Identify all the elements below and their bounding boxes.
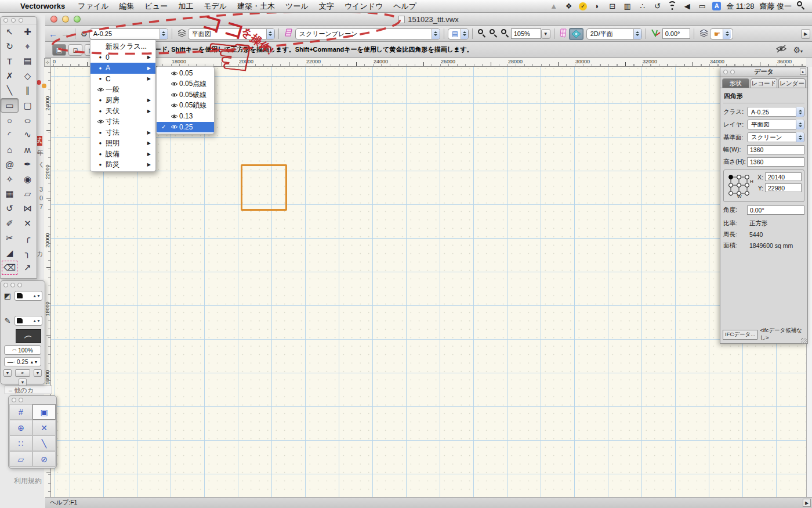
menubar-item[interactable]: 編集 [114, 1, 140, 12]
tool-palette-header[interactable] [1, 17, 37, 24]
attr-left-dropdown[interactable]: ▼ [3, 369, 12, 377]
object-class-dropdown[interactable]: A-0.25 [747, 107, 804, 117]
planar-snap[interactable]: ▱ [9, 451, 32, 467]
menubar-user[interactable]: 齋藤 俊一 [759, 1, 792, 12]
wifi-icon[interactable] [668, 2, 677, 10]
trim-tool[interactable]: ✕ [19, 216, 37, 230]
extrude-tool[interactable]: ◇ [19, 69, 37, 83]
offset-tool[interactable]: ╮ [19, 246, 37, 260]
angle-snap[interactable]: ⊕ [9, 420, 32, 435]
hidden-window-titlebar[interactable]: – 他のカ [5, 385, 52, 394]
ellipse-tool[interactable]: ○ [19, 113, 37, 127]
palette-close-icon[interactable] [12, 398, 16, 402]
check-icon[interactable]: ✓ [579, 2, 587, 10]
hide-detail-eye-icon[interactable] [775, 45, 787, 55]
window-titlebar[interactable]: 151023_ttt.vwx [45, 13, 812, 26]
class-menu-item[interactable]: 一般 [90, 84, 155, 95]
intersection-snap[interactable]: ✕ [32, 420, 56, 435]
tab-record[interactable]: レコード [751, 78, 778, 88]
zoom-icon[interactable] [501, 29, 509, 39]
freehand-tool[interactable]: ∿ [19, 128, 37, 142]
menubar-item[interactable]: ツール [280, 1, 314, 12]
polyline-tool[interactable]: ʍ [19, 142, 37, 157]
palette-collapse-icon[interactable] [17, 283, 22, 287]
palette-zoom-icon[interactable] [11, 18, 16, 23]
attr-right-dropdown[interactable]: ▼ [34, 369, 42, 377]
mode-button[interactable]: ▣ [52, 44, 66, 56]
plan-rotation-button[interactable] [569, 28, 583, 40]
attributes-palette-header[interactable] [1, 281, 45, 289]
reshape-tool[interactable]: ▦ [1, 186, 19, 201]
back-arrow-icon[interactable]: ← [49, 29, 57, 39]
attr-expand-button[interactable]: ▼ [19, 379, 27, 386]
app-menu[interactable]: Vectorworks [15, 2, 70, 10]
circle-tool[interactable]: ○ [1, 113, 19, 127]
class-menu-item[interactable]: ●0▶ [90, 52, 155, 63]
fillet-tool[interactable]: ╭ [19, 230, 37, 245]
opacity-control[interactable]: ◠100% [4, 345, 41, 355]
object-layer-dropdown[interactable]: 平面図 [747, 120, 804, 129]
palette-close-icon[interactable] [3, 283, 8, 287]
selection-tool[interactable]: ↖ [1, 24, 19, 39]
delete-tool[interactable]: ✗ [1, 69, 19, 83]
snap-palette-header[interactable] [9, 396, 56, 403]
reference-point-widget[interactable]: H W [726, 172, 754, 199]
power-icon[interactable]: ▭ [697, 2, 707, 10]
class-menu-item[interactable]: ●A▶ [90, 63, 155, 74]
menubar-item[interactable]: モデル [198, 1, 232, 12]
menubar-item[interactable]: 文字 [314, 1, 339, 12]
dropbox-icon[interactable]: ❖ [564, 2, 574, 10]
class-menu-item[interactable]: ●寸法▶ [90, 127, 155, 138]
menubar-item[interactable]: ヘルプ [388, 1, 422, 12]
palette-resize-grip[interactable] [801, 338, 807, 344]
tab-render[interactable]: レンダー [778, 78, 806, 88]
class-menu-item[interactable]: ●C▶ [90, 74, 155, 85]
attr-eyedropper-button[interactable]: ✒ [15, 369, 30, 377]
distance-snap[interactable]: ∷ [9, 435, 32, 451]
settings-gear-icon[interactable]: ⚙▾ [793, 45, 803, 55]
evernote-icon[interactable]: ◗ [592, 2, 602, 10]
object-plane-dropdown[interactable]: スクリーン [747, 132, 804, 142]
zoom-tool[interactable]: ⌖ [19, 39, 37, 53]
magic-wand-tool[interactable]: ✧ [1, 172, 19, 186]
class-dropdown[interactable]: A-0.25 [89, 28, 168, 39]
fit-objects-zoom-icon[interactable] [490, 29, 498, 39]
rotate-view-tool[interactable]: ↻ [1, 39, 19, 53]
eyedropper-tool[interactable]: ✒ [19, 157, 37, 172]
text-tool[interactable]: T [1, 54, 19, 69]
angle-input[interactable]: 0.00° [662, 28, 690, 39]
class-menu-item[interactable]: ●厨房▶ [90, 95, 155, 106]
rotate-tool[interactable]: ↺ [1, 201, 19, 216]
pen-style-dropdown[interactable]: ▲▼ [14, 316, 42, 326]
new-class-menu-item[interactable]: 新規クラス... [90, 41, 155, 52]
palette-close-icon[interactable] [3, 18, 8, 23]
drawn-square[interactable] [241, 164, 287, 211]
terms-link[interactable]: 利用規約 [14, 476, 42, 486]
stacked-layers-icon[interactable] [699, 29, 708, 39]
airplay-icon[interactable]: ⊟ [607, 2, 617, 10]
saved-views-dropdown[interactable]: ▤ [448, 28, 469, 39]
palette-menu-button[interactable]: ▸ [800, 69, 806, 75]
toolbar-overflow-button[interactable]: ▶ [801, 29, 810, 39]
angle-snap-icon[interactable] [651, 29, 661, 39]
fit-page-zoom-icon[interactable] [478, 29, 486, 39]
tab-shape[interactable]: 形状 [722, 78, 749, 88]
pointer-mode-dropdown[interactable]: ☛ [710, 28, 733, 39]
volume-icon[interactable]: ◀ [682, 2, 692, 10]
active-plane-icon[interactable] [284, 28, 293, 39]
battery-icon[interactable]: ▥ [622, 2, 632, 10]
callout-tool[interactable]: ▤ [19, 54, 37, 69]
rounded-rectangle-tool[interactable]: ▢ [19, 98, 37, 113]
tangent-snap[interactable]: ╲ [32, 435, 56, 451]
menubar-item[interactable]: ファイル [72, 1, 114, 12]
clip-tool[interactable]: ✂ [1, 230, 19, 245]
menubar-item[interactable]: ウインドウ [339, 1, 389, 12]
zoom-input[interactable]: 105% [511, 28, 541, 39]
unified-view-icon[interactable] [560, 28, 567, 39]
spiral-tool[interactable]: @ [1, 157, 19, 172]
google-drive-icon[interactable]: ▲ [549, 2, 559, 10]
object-snap[interactable]: ▣ [32, 404, 56, 420]
class-menu-item[interactable]: ●防災▶ [90, 160, 155, 171]
input-method-icon[interactable]: A [712, 2, 721, 10]
rectangle-tool[interactable]: ▭ [1, 98, 19, 113]
